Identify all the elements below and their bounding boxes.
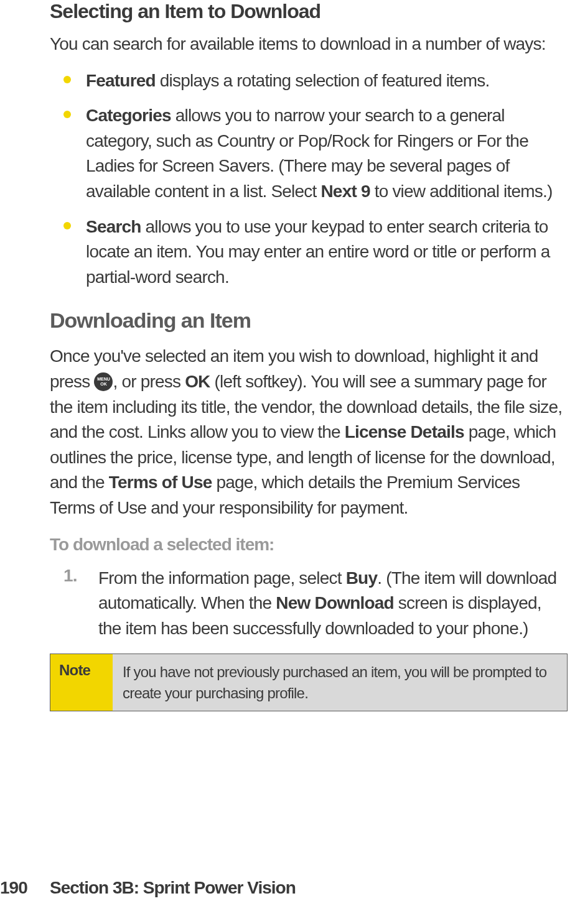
bold-new-download: New Download: [276, 593, 394, 612]
bullet-item: Featured displays a rotating selection o…: [50, 68, 568, 94]
bullet-text: Featured displays a rotating selection o…: [86, 68, 490, 94]
bullet-text: Search allows you to use your keypad to …: [86, 215, 568, 290]
step-marker: 1.: [63, 566, 88, 586]
heading-downloading-item: Downloading an Item: [50, 308, 568, 333]
numbered-list: 1. From the information page, select Buy…: [50, 566, 568, 642]
page-number: 190: [0, 878, 50, 898]
bullet-text: Categories allows you to narrow your sea…: [86, 103, 568, 204]
subheading-to-download: To download a selected item:: [50, 535, 568, 555]
menu-ok-icon: MENUOK: [94, 372, 113, 391]
bullet-dot-icon: [63, 222, 71, 229]
bullet-bold: Search: [86, 217, 141, 236]
bullet-item: Search allows you to use your keypad to …: [50, 215, 568, 290]
footer-section-label: Section 3B: Sprint Power Vision: [50, 878, 296, 898]
note-content: If you have not previously purchased an …: [113, 654, 567, 711]
step-text: From the information page, select Buy. (…: [98, 566, 568, 642]
note-label: Note: [50, 654, 113, 711]
bullet-dot-icon: [63, 111, 71, 118]
numbered-item: 1. From the information page, select Buy…: [50, 566, 568, 642]
bullet-dot-icon: [63, 76, 71, 83]
bullet-list: Featured displays a rotating selection o…: [50, 68, 568, 290]
bold-terms-of-use: Terms of Use: [109, 473, 212, 492]
bullet-bold: Categories: [86, 106, 171, 125]
bullet-item: Categories allows you to narrow your sea…: [50, 103, 568, 204]
bullet-bold-next9: Next 9: [320, 182, 370, 201]
bold-license-details: License Details: [345, 422, 464, 441]
note-box: Note If you have not previously purchase…: [50, 654, 568, 711]
bullet-bold: Featured: [86, 71, 156, 90]
intro-paragraph: You can search for available items to do…: [50, 32, 568, 57]
heading-selecting-item: Selecting an Item to Download: [50, 0, 568, 23]
bold-ok: OK: [185, 372, 210, 391]
page-footer: 190 Section 3B: Sprint Power Vision: [0, 878, 580, 898]
bold-buy: Buy: [346, 568, 378, 588]
download-paragraph: Once you've selected an item you wish to…: [50, 344, 568, 520]
